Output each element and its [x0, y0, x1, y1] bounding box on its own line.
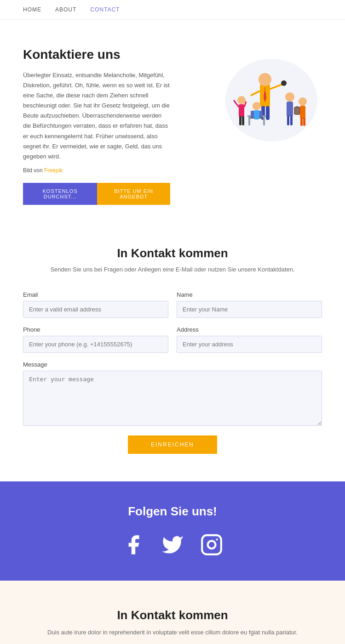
message-input[interactable] — [23, 371, 322, 426]
address-field-wrap: Address — [177, 326, 322, 353]
hero-text: Kontaktiere uns Überlegter Einsatz, ents… — [23, 47, 170, 205]
facebook-icon[interactable] — [121, 532, 146, 558]
svg-rect-31 — [303, 118, 305, 126]
hero-title: Kontaktiere uns — [23, 47, 170, 62]
phone-input[interactable] — [23, 336, 168, 353]
name-label: Name — [177, 291, 322, 298]
email-label: Email — [23, 291, 168, 298]
hero-illustration — [179, 47, 322, 153]
contact-form-section: In Kontakt kommen Senden Sie uns bei Fra… — [0, 223, 345, 481]
phone-label: Phone — [23, 326, 168, 333]
address-label: Address — [177, 326, 322, 333]
hero-buttons: KOSTENLOS DURCHST... BITTE UM EIN ANGEBO… — [23, 183, 170, 205]
nav-contact[interactable]: CONTACT — [90, 6, 120, 13]
svg-rect-30 — [300, 118, 303, 126]
svg-rect-29 — [300, 106, 305, 119]
twitter-icon[interactable] — [160, 532, 185, 558]
form-section-title: In Kontakt kommen — [23, 246, 322, 260]
form-grid: Email Name Phone Address Message — [23, 291, 322, 427]
social-section: Folgen Sie uns! — [0, 481, 345, 581]
name-field-wrap: Name — [177, 291, 322, 318]
name-input[interactable] — [177, 301, 322, 318]
nav-about[interactable]: ABOUT — [55, 6, 76, 13]
email-input[interactable] — [23, 301, 168, 318]
svg-point-7 — [281, 80, 287, 86]
svg-rect-10 — [239, 104, 244, 117]
svg-point-22 — [285, 92, 294, 102]
phone-field-wrap: Phone — [23, 326, 168, 353]
navbar: HOME ABOUT CONTACT — [0, 0, 345, 20]
form-section-subtitle: Senden Sie uns bei Fragen oder Anliegen … — [23, 266, 322, 273]
info-section-title: In Kontakt kommen — [23, 608, 322, 622]
social-title: Folgen Sie uns! — [23, 504, 322, 519]
freepik-link[interactable]: Freepik — [44, 167, 63, 174]
email-field-wrap: Email — [23, 291, 168, 318]
social-icons-row — [23, 532, 322, 558]
svg-point-2 — [259, 73, 271, 86]
svg-point-9 — [237, 96, 246, 104]
info-section-subtitle: Duis aute irure dolor in reprehenderit i… — [23, 628, 322, 638]
svg-point-28 — [299, 97, 307, 106]
message-label: Message — [23, 361, 322, 368]
hero-image — [179, 47, 322, 154]
svg-rect-26 — [294, 107, 300, 114]
hero-body: Überlegter Einsatz, entsandte Melancholi… — [23, 70, 170, 162]
svg-rect-5 — [266, 106, 270, 120]
message-field-wrap: Message — [23, 361, 322, 427]
svg-rect-12 — [242, 116, 244, 125]
svg-rect-25 — [290, 115, 293, 125]
btn-offer[interactable]: BITTE UM EIN ANGEBOT — [97, 183, 170, 205]
svg-point-20 — [253, 102, 261, 110]
nav-home[interactable]: HOME — [23, 6, 41, 13]
hero-freepik: Bild von Freepik — [23, 167, 170, 174]
submit-button[interactable]: EINREICHEN — [128, 435, 217, 454]
svg-rect-23 — [287, 102, 293, 116]
svg-rect-32 — [202, 536, 221, 555]
svg-rect-11 — [239, 116, 242, 125]
contact-info-section: In Kontakt kommen Duis aute irure dolor … — [0, 581, 345, 644]
svg-rect-21 — [254, 110, 259, 119]
address-input[interactable] — [177, 336, 322, 353]
hero-section: Kontaktiere uns Überlegter Einsatz, ents… — [0, 20, 345, 223]
btn-free[interactable]: KOSTENLOS DURCHST... — [23, 183, 97, 205]
instagram-icon[interactable] — [199, 532, 224, 558]
svg-rect-24 — [287, 115, 289, 125]
submit-wrap: EINREICHEN — [23, 435, 322, 454]
